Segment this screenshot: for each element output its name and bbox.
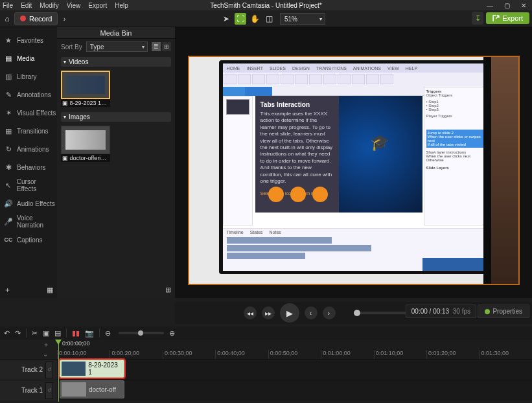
export-button[interactable]: Export <box>486 12 529 24</box>
play-button[interactable]: ▶ <box>280 303 299 323</box>
timeline-ruler[interactable]: 0:00:10;000:00:20;000:00:30;000:00:40;00… <box>57 350 532 359</box>
circle-icon <box>290 187 306 202</box>
add-track-button[interactable]: ＋ <box>43 340 49 349</box>
group-images[interactable]: Images <box>61 112 171 122</box>
download-button[interactable]: ↧ <box>472 12 483 25</box>
sidebar-behaviors[interactable]: ✱Behaviors <box>0 158 57 176</box>
sidebar-animations[interactable]: ↻Animations <box>0 140 57 158</box>
clip-image[interactable]: doctor-off <box>60 380 124 398</box>
sidebar-favorites[interactable]: ★Favorites <box>0 31 57 49</box>
playhead-lane[interactable] <box>57 340 532 350</box>
zoom-out-button[interactable]: ⊖ <box>105 329 111 338</box>
track2-header[interactable]: Track 2 ↺ <box>0 359 57 380</box>
inner-slide: Tabs Interaction This example uses the X… <box>255 96 422 213</box>
sidebar-add[interactable]: ＋ <box>4 285 11 295</box>
person-icon <box>483 57 518 285</box>
zoom-dropdown[interactable]: 51% <box>280 13 325 25</box>
record-icon <box>20 16 26 21</box>
cc-icon: CC <box>4 236 13 243</box>
track1-header[interactable]: Track 1 ↺ <box>0 380 57 400</box>
window-close[interactable]: ✕ <box>515 0 532 10</box>
step-back-button[interactable]: ‹ <box>305 306 318 319</box>
prev-frame-button[interactable]: ◂◂ <box>244 306 257 319</box>
track1-lane[interactable]: doctor-off <box>57 380 532 400</box>
library-icon: ▥ <box>4 73 13 81</box>
media-bin: Media Bin Sort By Type ≣ ⊞ Videos ▣ 8-29… <box>57 27 175 298</box>
sidebar-audio-effects[interactable]: 🔊Audio Effects <box>0 194 57 213</box>
sidebar-visual-effects[interactable]: ✶Visual Effects <box>0 104 57 122</box>
sidebar-media[interactable]: ▤Media <box>0 49 57 67</box>
sidebar-grid-view[interactable]: ▦ <box>47 286 53 294</box>
view-grid[interactable]: ⊞ <box>162 42 171 51</box>
view-list[interactable]: ≣ <box>152 42 161 51</box>
record-button[interactable]: Record <box>14 12 58 25</box>
bin-item-caption: ▣ 8-29-2023 1-00-2... <box>61 99 110 107</box>
paste-button[interactable]: ▤ <box>54 329 61 338</box>
home-button[interactable]: ⌂ <box>0 10 14 27</box>
export-icon <box>492 15 500 22</box>
hand-tool[interactable]: ✋ <box>249 13 260 25</box>
undo-button[interactable]: ↶ <box>4 329 10 338</box>
canvas-area: HOMEINSERTSLIDESDESIGNTRANSITIONSANIMATI… <box>175 27 532 298</box>
menu-file[interactable]: File <box>3 2 13 9</box>
step-fwd-button[interactable]: › <box>323 306 336 319</box>
inner-slide-list <box>223 96 253 225</box>
behaviors-icon: ✱ <box>4 163 13 172</box>
mic-icon: 🎤 <box>4 218 13 226</box>
bin-item-image[interactable]: ▣ doctor-offering-me... <box>61 126 110 162</box>
window-maximize[interactable]: ▢ <box>498 0 515 10</box>
clip-video[interactable]: 8-29-2023 1 <box>60 360 124 378</box>
sidebar-cursor-effects[interactable]: ↖Cursor Effects <box>0 176 57 194</box>
thumbnail-icon <box>61 71 110 99</box>
menu-modify[interactable]: Modify <box>40 2 58 9</box>
menu-help[interactable]: Help <box>115 2 128 9</box>
redo-button[interactable]: ↷ <box>15 329 21 338</box>
canvas-selection[interactable]: HOMEINSERTSLIDESDESIGNTRANSITIONSANIMATI… <box>188 56 520 285</box>
sort-dropdown[interactable]: Type <box>86 41 148 52</box>
slide-title: Tabs Interaction <box>260 101 334 108</box>
track2-lane[interactable]: 8-29-2023 1 <box>57 359 532 380</box>
group-videos[interactable]: Videos <box>61 57 171 67</box>
inner-triggers-panel: Triggers Object Triggers • Step1• Step2•… <box>424 87 486 225</box>
window-title: TechSmith Camtasia - Untitled Project* <box>210 0 321 10</box>
window-minimize[interactable]: — <box>481 0 498 10</box>
circle-icon <box>312 187 328 202</box>
select-tool[interactable]: ⛶ <box>235 13 246 25</box>
slide-image <box>339 96 422 213</box>
zoom-in-button[interactable]: ⊕ <box>169 329 175 338</box>
timeline-toolbar: ↶ ↷ ✂ ▣ ▤ ▮▮ 📷 ⊖ ⊕ <box>0 327 532 340</box>
track-lock-icon[interactable]: ↺ <box>45 362 53 378</box>
inner-bottom-bar <box>422 258 486 271</box>
audio-icon: 🔊 <box>4 200 13 208</box>
transitions-icon: ▦ <box>4 127 13 135</box>
menu-view[interactable]: View <box>67 2 81 9</box>
copy-button[interactable]: ▣ <box>43 329 49 338</box>
next-frame-button[interactable]: ▸▸ <box>262 306 275 319</box>
inner-tabs: HOMEINSERTSLIDESDESIGNTRANSITIONSANIMATI… <box>223 63 486 73</box>
collapse-tracks-button[interactable]: ⌄ <box>43 351 49 358</box>
record-label: Record <box>29 15 52 23</box>
sidebar-transitions[interactable]: ▦Transitions <box>0 122 57 140</box>
playhead[interactable] <box>58 340 59 402</box>
crop-tool[interactable]: ◫ <box>263 13 275 25</box>
split-button[interactable]: ▮▮ <box>72 329 80 338</box>
menu-export[interactable]: Export <box>88 2 107 9</box>
record-more[interactable]: › <box>58 15 71 23</box>
cut-button[interactable]: ✂ <box>32 329 38 338</box>
properties-button[interactable]: Properties <box>478 305 529 318</box>
snapshot-button[interactable]: 📷 <box>85 329 94 338</box>
star-icon: ★ <box>4 36 13 45</box>
menu-edit[interactable]: Edit <box>21 2 32 9</box>
pointer-tool[interactable]: ➤ <box>220 13 232 25</box>
timeline-zoom-slider[interactable] <box>119 332 164 334</box>
sidebar-library[interactable]: ▥Library <box>0 67 57 86</box>
bin-view-toggle[interactable]: ⊞ <box>165 286 171 294</box>
inner-tab-band <box>223 87 424 96</box>
thumbnail-icon <box>61 126 110 154</box>
sidebar-captions[interactable]: CCCaptions <box>0 231 57 249</box>
sidebar-annotations[interactable]: ✎Annotations <box>0 86 57 104</box>
clip-thumb-icon <box>62 382 86 397</box>
sidebar-voice-narration[interactable]: 🎤Voice Narration <box>0 213 57 231</box>
track-lock-icon[interactable]: ↺ <box>45 382 53 399</box>
bin-item-video[interactable]: ▣ 8-29-2023 1-00-2... <box>61 71 110 107</box>
